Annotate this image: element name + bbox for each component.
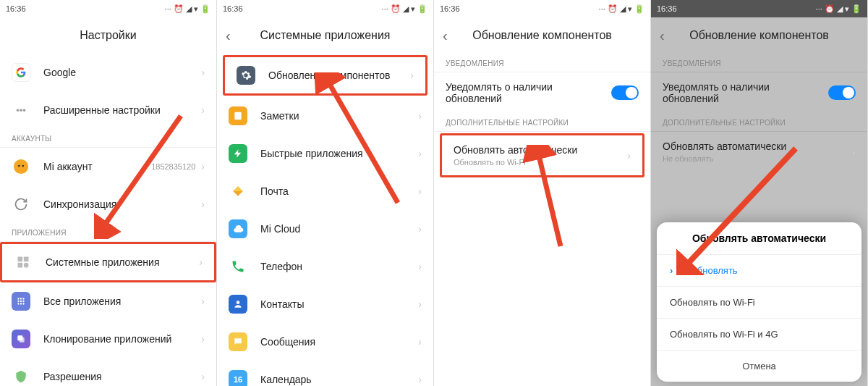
- notes-icon: [229, 106, 247, 125]
- svg-point-9: [22, 298, 24, 299]
- row-permissions-label: Разрешения: [43, 371, 201, 382]
- row-mi-cloud[interactable]: Mi Cloud ›: [217, 210, 433, 248]
- cloud-icon: [229, 219, 247, 238]
- svg-rect-17: [20, 337, 25, 343]
- back-button[interactable]: ‹: [226, 28, 231, 44]
- header: ‹ Обновление компонентов: [651, 17, 867, 54]
- svg-point-13: [17, 303, 19, 304]
- row-messages[interactable]: Сообщения ›: [217, 323, 433, 361]
- status-bar: 16:36 ··· ⏰ ◢ ▾ 🔋: [651, 0, 867, 17]
- row-notif-label: Уведомлять о наличии обновлений: [446, 81, 611, 104]
- status-icons: ··· ⏰ ◢ ▾ 🔋: [165, 4, 210, 14]
- page-title: Системные приложения: [260, 29, 391, 42]
- row-update-label: Обновление компонентов: [268, 70, 410, 81]
- row-calendar[interactable]: 16 Календарь ›: [217, 361, 433, 386]
- sheet-opt-label: Не обновлять: [677, 265, 737, 276]
- row-mi-account[interactable]: Mi аккаунт 1852835120 ›: [0, 148, 216, 185]
- sheet-option-none[interactable]: Не обновлять: [657, 254, 861, 286]
- action-sheet: Обновлять автоматически Не обновлять Обн…: [657, 222, 861, 382]
- row-system-apps[interactable]: Системные приложения ›: [0, 242, 216, 282]
- sheet-cancel[interactable]: Отмена: [657, 350, 861, 382]
- svg-point-8: [20, 298, 22, 299]
- svg-point-15: [22, 303, 24, 304]
- back-button[interactable]: ‹: [443, 28, 448, 44]
- svg-point-12: [22, 301, 24, 302]
- row-sync-label: Синхронизация: [43, 198, 201, 210]
- status-icons: ··· ⏰ ◢ ▾ 🔋: [382, 4, 427, 14]
- svg-point-14: [20, 303, 22, 304]
- chevron-icon: ›: [418, 185, 422, 197]
- row-notify-updates[interactable]: Уведомлять о наличии обновлений: [651, 72, 867, 113]
- row-mail-label: Почта: [260, 185, 418, 197]
- row-system-apps-label: Системные приложения: [46, 256, 199, 268]
- row-sync[interactable]: Синхронизация ›: [0, 185, 216, 223]
- row-all-apps-label: Все приложения: [43, 295, 201, 307]
- row-advanced[interactable]: ••• Расширенные настройки ›: [0, 91, 216, 129]
- row-notes[interactable]: Заметки ›: [217, 97, 433, 135]
- status-time: 16:36: [6, 4, 26, 13]
- row-contacts[interactable]: Контакты ›: [217, 285, 433, 323]
- all-apps-icon: [12, 292, 30, 311]
- svg-rect-19: [234, 112, 241, 120]
- status-bar: 16:36 ··· ⏰ ◢ ▾ 🔋: [217, 0, 433, 17]
- toggle-on[interactable]: [611, 85, 639, 100]
- chevron-icon: ›: [410, 70, 414, 81]
- header: ‹ Обновление компонентов: [434, 17, 650, 54]
- permissions-icon: [12, 367, 30, 386]
- chevron-icon: ›: [201, 161, 205, 172]
- row-component-update[interactable]: Обновление компонентов ›: [223, 55, 427, 96]
- google-icon: [12, 63, 30, 82]
- page-title: Обновление компонентов: [689, 29, 829, 42]
- status-time: 16:36: [223, 4, 243, 13]
- toggle-on[interactable]: [828, 85, 856, 100]
- section-extra: ДОПОЛНИТЕЛЬНЫЕ НАСТРОЙКИ: [651, 113, 867, 132]
- chevron-icon: ›: [201, 198, 205, 210]
- row-all-apps[interactable]: Все приложения ›: [0, 282, 216, 320]
- row-permissions[interactable]: Разрешения ›: [0, 358, 216, 386]
- panel-settings: 16:36 ··· ⏰ ◢ ▾ 🔋 Настройки Google › •••…: [0, 0, 217, 386]
- svg-point-2: [22, 165, 24, 167]
- row-google[interactable]: Google ›: [0, 54, 216, 91]
- row-advanced-label: Расширенные настройки: [43, 104, 201, 116]
- row-mi-id: 1852835120: [151, 162, 195, 171]
- section-accounts: АККАУНТЫ: [0, 129, 216, 148]
- sheet-option-wifi[interactable]: Обновлять по Wi-Fi: [657, 286, 861, 318]
- calendar-icon: 16: [229, 370, 247, 386]
- row-auto-update[interactable]: Обновлять автоматически Не обновлять ›: [651, 132, 867, 172]
- chevron-icon: ›: [199, 256, 203, 268]
- clone-icon: [12, 330, 30, 348]
- section-notifications: УВЕДОМЛЕНИЯ: [434, 54, 650, 72]
- row-clone[interactable]: Клонирование приложений ›: [0, 320, 216, 358]
- chevron-icon: ›: [627, 150, 631, 161]
- svg-point-10: [17, 301, 19, 302]
- lightning-icon: [229, 144, 247, 163]
- chevron-icon: ›: [201, 371, 205, 382]
- row-cal-label: Календарь: [260, 374, 418, 385]
- header: Настройки: [0, 17, 216, 54]
- row-auto-label: Обновлять автоматически: [454, 144, 627, 156]
- sheet-option-wifi-4g[interactable]: Обновлять по Wi-Fi и 4G: [657, 318, 861, 350]
- svg-point-7: [17, 298, 19, 299]
- panel-system-apps: 16:36 ··· ⏰ ◢ ▾ 🔋 ‹ Системные приложения…: [217, 0, 434, 386]
- svg-rect-5: [18, 263, 23, 268]
- page-title: Настройки: [80, 29, 136, 42]
- row-notify-updates[interactable]: Уведомлять о наличии обновлений: [434, 72, 650, 113]
- row-mi-label: Mi аккаунт: [43, 161, 151, 172]
- chevron-icon: ›: [418, 148, 422, 159]
- section-extra: ДОПОЛНИТЕЛЬНЫЕ НАСТРОЙКИ: [434, 113, 650, 132]
- back-button[interactable]: ‹: [660, 28, 665, 44]
- row-auto-update[interactable]: Обновлять автоматически Обновлять по Wi-…: [440, 133, 644, 177]
- row-mail[interactable]: Почта ›: [217, 172, 433, 210]
- sheet-opt-label: Обновлять по Wi-Fi: [670, 297, 755, 308]
- row-cloud-label: Mi Cloud: [260, 223, 418, 235]
- mi-account-icon: [12, 157, 30, 176]
- status-bar: 16:36 ··· ⏰ ◢ ▾ 🔋: [434, 0, 650, 17]
- row-phone[interactable]: Телефон ›: [217, 248, 433, 285]
- svg-point-11: [20, 301, 22, 302]
- row-quick-apps[interactable]: Быстрые приложения ›: [217, 135, 433, 172]
- sync-icon: [12, 195, 30, 214]
- messages-icon: [229, 332, 247, 351]
- section-apps: ПРИЛОЖЕНИЯ: [0, 223, 216, 242]
- row-msg-label: Сообщения: [260, 336, 418, 348]
- status-time: 16:36: [440, 4, 460, 13]
